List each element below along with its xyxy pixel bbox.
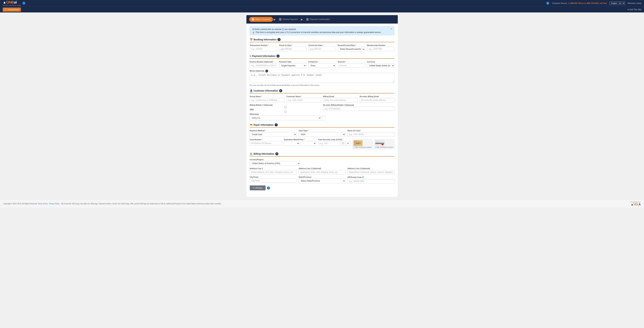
info-box: ✕ All fields marked with an asterisk (*)… xyxy=(250,26,394,35)
resort-label: Resort/Cruise/Other * xyxy=(338,44,365,46)
payer-icon: 💳 xyxy=(250,124,252,126)
info-close-button[interactable]: ✕ xyxy=(390,28,392,30)
footer-left: Copyright © 2021 VELA. All Rights Reserv… xyxy=(3,203,222,205)
name-on-card-input[interactable] xyxy=(348,132,394,137)
sms-radio[interactable] xyxy=(250,106,321,108)
memo-group: Memo (Optional) 5 For your security, do … xyxy=(250,70,394,86)
booking-row: Transaction Number * Check-In Date * xyxy=(250,44,394,52)
amount-label: Amount * xyxy=(338,61,365,63)
re-mobile-label: Re-enter Billing Mobile # (Optional) xyxy=(323,104,394,106)
transactions-button[interactable]: ☰ Transactions xyxy=(3,8,21,12)
address2-input[interactable] xyxy=(298,170,346,174)
address3-group: Address Line 3 (Optional) xyxy=(348,167,394,174)
cvv-show-button[interactable]: 👁 xyxy=(346,141,350,146)
required-note: All fields marked with an asterisk (*) a… xyxy=(252,28,392,31)
city-input[interactable] xyxy=(250,179,297,183)
state-select[interactable]: Select State/Province xyxy=(298,179,346,183)
card-type-select[interactable]: VISA xyxy=(298,132,346,137)
resort-group: Resort/Cruise/Other * Select Resort/Crui… xyxy=(338,44,365,52)
payment-method-label: Payment Method * xyxy=(250,130,297,132)
trademark-note: VELA and the VELA logo, the Sails of a S… xyxy=(61,203,222,205)
frequency-select[interactable]: Once xyxy=(308,63,336,68)
other-label: 3 Digit Verification Number xyxy=(375,146,393,148)
exp-year-select[interactable] xyxy=(300,141,316,146)
address3-input[interactable] xyxy=(348,170,394,174)
terms-link[interactable]: Terms of Use xyxy=(38,203,48,205)
form-container: 1 Make A Payment ▶ 2 Review Payment ▶ 3 … xyxy=(246,15,398,197)
customer-name-label: Customer Name * xyxy=(286,95,321,97)
check-out-input[interactable] xyxy=(308,47,336,51)
transactions-icon: ☰ xyxy=(5,9,6,11)
check-in-input[interactable] xyxy=(279,47,306,51)
check-in-group: Check-In Date * xyxy=(279,44,306,52)
payer-row1: Payment Method * Credit Card Card Type * xyxy=(250,130,394,137)
booking-icon: 📅 xyxy=(250,38,252,41)
card-number-input[interactable] xyxy=(250,141,282,145)
amount-input[interactable] xyxy=(338,63,365,68)
billing-address-row: Address Line 1 Address Line 2 (Optional)… xyxy=(250,167,394,174)
currency-label: Currency xyxy=(367,61,394,63)
billing-country-row: Country/Region United States of America … xyxy=(250,159,394,166)
name-on-card-label: Name On Card xyxy=(348,130,394,132)
currency-select[interactable]: United States Dollar (USD) xyxy=(367,63,394,68)
address2-label: Address Line 2 (Optional) xyxy=(298,167,346,169)
language-select[interactable]: English - US xyxy=(610,2,625,5)
payment-type-select[interactable]: Single Payment xyxy=(279,63,306,68)
country-label: Country/Region xyxy=(250,159,300,161)
billing-email-input[interactable] xyxy=(323,98,358,102)
review-row: ✎ Review 9 xyxy=(250,185,394,190)
top-bar-right: 1 Customer Service: +1-888-PAY-VELA (+1-… xyxy=(546,2,641,5)
memo-label: Memo (Optional) 5 xyxy=(250,70,394,72)
welcome-text: Welcome, Guest xyxy=(628,2,641,4)
payment-method-select[interactable]: Credit Card xyxy=(250,132,297,137)
cvv-input[interactable] xyxy=(318,141,340,146)
amount-group: Amount * xyxy=(338,61,365,68)
cvv-info-button[interactable]: ⓘ xyxy=(340,141,345,146)
resort-select[interactable]: Select Resort/Cruise/Other xyxy=(338,47,365,52)
step-1-label: Make A Payment xyxy=(256,18,270,21)
country-code-select[interactable]: USA (+1) xyxy=(250,116,321,120)
exp-month-select[interactable] xyxy=(284,141,300,146)
customer-service: Customer Service: +1-888-PAY-VELA (+1-88… xyxy=(552,2,607,4)
address1-group: Address Line 1 xyxy=(250,167,297,174)
steps-bar: 1 Make A Payment ▶ 2 Review Payment ▶ 3 … xyxy=(246,15,398,24)
membership-input[interactable] xyxy=(367,47,394,51)
review-button[interactable]: ✎ Review xyxy=(250,185,266,190)
step-2[interactable]: 2 Review Payment xyxy=(276,17,300,22)
billing-badge: 8 xyxy=(275,152,278,155)
customer-section: 👤 Customer Information 6 Group Name * xyxy=(250,89,394,120)
zip-info-icon[interactable]: ⓘ xyxy=(362,176,364,178)
customer-title: 👤 Customer Information 6 xyxy=(250,89,394,93)
country-select[interactable]: United States of America (USA) xyxy=(250,161,300,166)
re-billing-email-input[interactable] xyxy=(360,98,394,102)
exit-button[interactable]: ➔ Exit This Site xyxy=(627,9,641,11)
memo-badge: 5 xyxy=(266,70,268,72)
phone-link[interactable]: +1-888-PAY-VELA (+1-888-729-8352, toll f… xyxy=(568,2,607,4)
step-3[interactable]: 3 Payment Confirmation xyxy=(304,17,332,22)
privacy-link[interactable]: Privacy Policy xyxy=(49,203,60,205)
step-2-label: Review Payment xyxy=(283,18,298,21)
step-1[interactable]: 1 Make A Payment xyxy=(249,17,273,22)
customer-name-input[interactable] xyxy=(286,98,321,102)
memo-textarea[interactable] xyxy=(250,73,394,83)
address3-label: Address Line 3 (Optional) xyxy=(348,167,394,169)
expiry-row xyxy=(284,141,316,146)
invoice-label: Invoice Number (Optional) xyxy=(250,61,277,63)
memo-row: Memo (Optional) 5 For your security, do … xyxy=(250,70,394,86)
help-badge[interactable]: ? xyxy=(22,2,26,5)
step-3-label: Payment Confirmation xyxy=(310,18,330,21)
address1-input[interactable] xyxy=(250,170,297,174)
footer: Copyright © 2021 VELA. All Rights Reserv… xyxy=(0,199,644,208)
state-group: State/Province Select State/Province xyxy=(298,176,346,183)
payment-method-group: Payment Method * Credit Card xyxy=(250,130,297,137)
group-name-input[interactable] xyxy=(250,98,284,102)
re-mobile-input[interactable] xyxy=(323,107,394,111)
billing-section: 🏠 Billing Information 8 Country/Region U… xyxy=(250,152,394,190)
zip-input[interactable] xyxy=(348,179,394,183)
transaction-number-input[interactable] xyxy=(250,47,277,51)
whatsapp-radio[interactable] xyxy=(250,111,321,113)
step-sep-2: ▶ xyxy=(300,18,304,21)
nav-bar: ☰ Transactions ➔ Exit This Site xyxy=(0,7,644,13)
invoice-input[interactable] xyxy=(250,63,277,68)
card-type-group: Card Type * VISA xyxy=(298,130,346,137)
